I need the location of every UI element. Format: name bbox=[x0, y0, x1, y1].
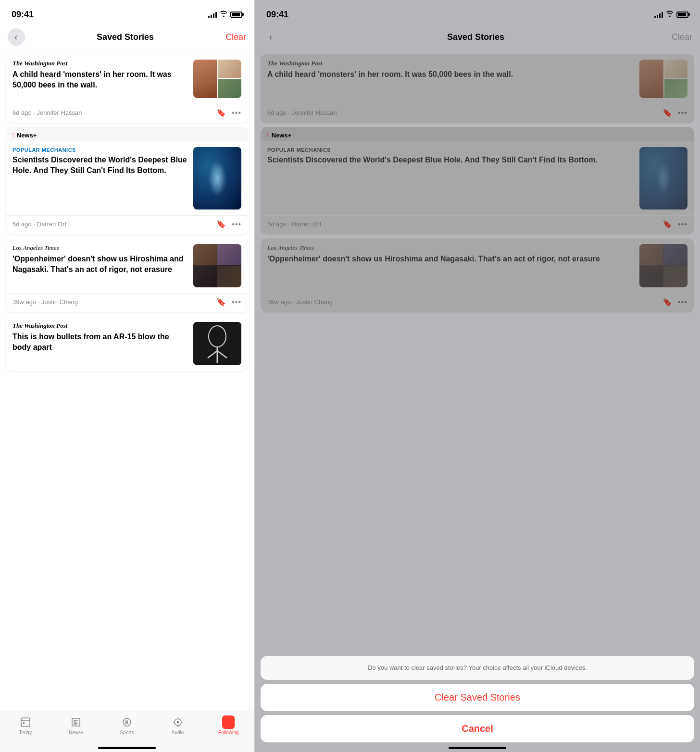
tab-following-label: Following bbox=[218, 730, 238, 735]
story-text: The Washington Post This is how bullets … bbox=[12, 322, 188, 352]
following-icon bbox=[222, 716, 235, 728]
status-time-left: 09:41 bbox=[12, 10, 34, 20]
story-footer: 6d ago · Jennifer Hassan 🔖 ••• bbox=[6, 104, 248, 123]
newsplus-icon bbox=[70, 716, 82, 728]
tab-newsplus[interactable]: News+ bbox=[51, 716, 102, 742]
story-headline: This is how bullets from an AR-15 blow t… bbox=[12, 332, 188, 352]
clear-button-left[interactable]: Clear bbox=[225, 32, 246, 42]
news-plus-badge:  News+ bbox=[6, 127, 248, 141]
story-headline: Scientists Discovered the World's Deepes… bbox=[12, 155, 188, 175]
tab-audio[interactable]: Audio bbox=[152, 716, 203, 742]
bookmark-icon[interactable]: 🔖 bbox=[216, 108, 226, 117]
story-actions: 🔖 ••• bbox=[216, 220, 241, 229]
story-card-oppenheimer[interactable]: Los Angeles Times 'Oppenheimer' doesn't … bbox=[6, 238, 248, 312]
audio-icon bbox=[172, 716, 184, 728]
story-inner: The Washington Post A child heard 'monst… bbox=[6, 54, 248, 104]
cancel-button[interactable]: Cancel bbox=[261, 715, 694, 742]
story-thumbnail-oppenheimer bbox=[193, 244, 241, 287]
svg-rect-6 bbox=[21, 718, 30, 727]
clear-saved-stories-button[interactable]: Clear Saved Stories bbox=[261, 684, 694, 711]
action-sheet-backdrop: Do you want to clear saved stories? Your… bbox=[255, 0, 700, 752]
story-actions: 🔖 ••• bbox=[216, 297, 241, 307]
tab-audio-label: Audio bbox=[172, 730, 184, 735]
battery-icon bbox=[230, 12, 242, 18]
story-thumbnail-ar15 bbox=[193, 322, 241, 365]
svg-point-10 bbox=[126, 721, 128, 723]
story-text: POPULAR MECHANICS Scientists Discovered … bbox=[12, 147, 188, 175]
publication-name: POPULAR MECHANICS bbox=[12, 147, 188, 153]
stories-list-left: The Washington Post A child heard 'monst… bbox=[0, 50, 254, 712]
story-footer: 39w ago · Justin Chang 🔖 ••• bbox=[6, 293, 248, 312]
tab-today-label: Today bbox=[19, 730, 32, 735]
story-card-bluehole[interactable]:  News+ POPULAR MECHANICS Scientists Dis… bbox=[6, 127, 248, 234]
page-title-left: Saved Stories bbox=[97, 32, 154, 42]
tab-bar-left: Today News+ Sports Audio bbox=[0, 712, 254, 752]
story-text: The Washington Post A child heard 'monst… bbox=[12, 60, 188, 90]
status-bar-left: 09:41 bbox=[0, 0, 254, 26]
story-card-ar15[interactable]: The Washington Post This is how bullets … bbox=[6, 316, 248, 371]
tab-following[interactable]: Following bbox=[203, 716, 254, 742]
tab-sports-label: Sports bbox=[120, 730, 134, 735]
apple-logo-icon:  bbox=[12, 132, 15, 139]
today-icon bbox=[19, 716, 32, 728]
status-icons-left bbox=[208, 11, 242, 18]
more-options-icon[interactable]: ••• bbox=[232, 109, 241, 117]
story-headline: 'Oppenheimer' doesn't show us Hiroshima … bbox=[12, 254, 188, 274]
publication-name: Los Angeles Times bbox=[12, 244, 188, 252]
publication-name: The Washington Post bbox=[12, 322, 188, 330]
story-meta: 39w ago · Justin Chang bbox=[12, 298, 78, 306]
story-footer: 5d ago · Darren Orf 🔖 ••• bbox=[6, 215, 248, 234]
wifi-icon bbox=[220, 11, 227, 18]
story-actions: 🔖 ••• bbox=[216, 108, 241, 117]
home-indicator-left bbox=[98, 747, 156, 749]
action-sheet: Do you want to clear saved stories? Your… bbox=[255, 656, 700, 752]
svg-rect-8 bbox=[23, 722, 25, 724]
action-sheet-message: Do you want to clear saved stories? Your… bbox=[261, 656, 694, 680]
tab-newsplus-label: News+ bbox=[69, 730, 84, 735]
back-button-left[interactable]: ‹ bbox=[8, 28, 25, 46]
bookmark-icon[interactable]: 🔖 bbox=[216, 220, 226, 229]
sports-icon bbox=[121, 716, 133, 728]
signal-icon bbox=[208, 11, 217, 18]
story-headline: A child heard 'monsters' in her room. It… bbox=[12, 69, 188, 90]
right-panel: 09:41 ‹ Saved Stories Clear The Washingt bbox=[254, 0, 700, 752]
more-options-icon[interactable]: ••• bbox=[232, 298, 241, 307]
story-meta: 5d ago · Darren Orf bbox=[12, 221, 66, 228]
more-options-icon[interactable]: ••• bbox=[232, 220, 241, 229]
story-thumbnail-bees bbox=[193, 60, 241, 98]
story-inner: Los Angeles Times 'Oppenheimer' doesn't … bbox=[6, 238, 248, 293]
story-inner: POPULAR MECHANICS Scientists Discovered … bbox=[6, 141, 248, 215]
story-inner: The Washington Post This is how bullets … bbox=[6, 316, 248, 371]
tab-sports[interactable]: Sports bbox=[101, 716, 152, 742]
story-text: Los Angeles Times 'Oppenheimer' doesn't … bbox=[12, 244, 188, 274]
tab-today[interactable]: Today bbox=[0, 716, 51, 742]
svg-point-12 bbox=[176, 721, 179, 724]
action-sheet-group: Clear Saved Stories bbox=[261, 684, 694, 711]
left-panel: 09:41 ‹ Saved Stories Clear bbox=[0, 0, 254, 752]
news-plus-label: News+ bbox=[17, 132, 37, 139]
nav-bar-left: ‹ Saved Stories Clear bbox=[0, 26, 254, 50]
back-chevron-icon: ‹ bbox=[14, 33, 17, 41]
home-indicator-right bbox=[449, 747, 506, 749]
story-meta: 6d ago · Jennifer Hassan bbox=[12, 109, 82, 116]
bookmark-icon[interactable]: 🔖 bbox=[216, 297, 226, 307]
publication-name: The Washington Post bbox=[12, 60, 188, 67]
story-thumbnail-bluehole bbox=[193, 147, 241, 210]
story-card-bees[interactable]: The Washington Post A child heard 'monst… bbox=[6, 54, 248, 123]
